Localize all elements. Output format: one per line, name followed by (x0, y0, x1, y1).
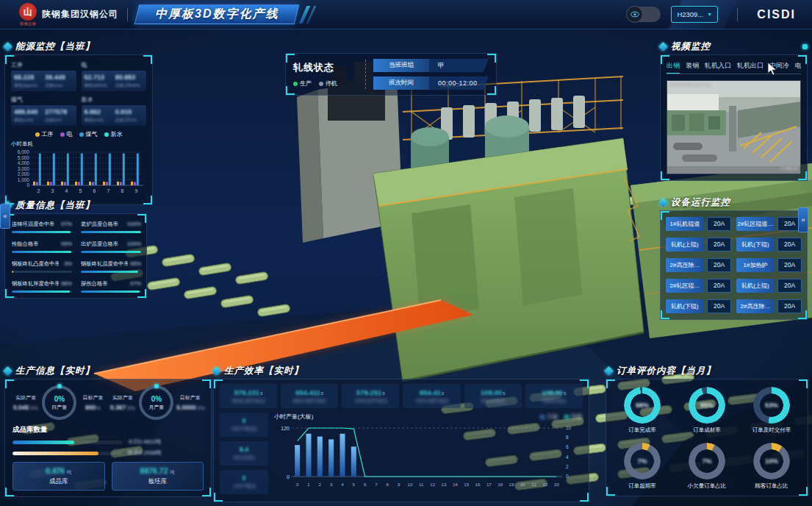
equipment-label-chip[interactable]: 2#轧区辊道… (736, 217, 775, 231)
production-gauge-group: 实际产量 0.045万吨 0% 日产量 目标产量 900吨 (12, 385, 107, 420)
efficiency-side-stat: 8.4 待轧坯(块) (220, 441, 268, 466)
energy-unit: 总耗(m³) (45, 117, 73, 124)
legend-label: 煤气 (86, 130, 98, 138)
legend-dot-icon (564, 415, 569, 419)
ring-caption: 日产量 (51, 404, 67, 411)
legend-dot-icon (79, 132, 84, 137)
equipment-current-value: 20A (707, 279, 731, 293)
panel-diamond-icon (604, 366, 614, 376)
video-tab[interactable]: 出钢 (667, 61, 680, 71)
quality-value: 99% (61, 240, 72, 247)
panel-expand-icon[interactable] (802, 44, 808, 49)
dashboard-stage: 山 陕钢汉钢 陕钢集团汉钢公司 中厚板3D数字化产线 H2309... (0, 0, 812, 506)
equipment-cell: 2#高压除… 20A (666, 258, 731, 272)
efficiency-stat: 579.251s 当班轧制节奏(s) (342, 384, 399, 408)
equipment-label-chip[interactable]: 轧机(上辊) (736, 279, 775, 293)
quality-progress-fill (81, 291, 140, 293)
store-unit: 吨 (67, 469, 72, 474)
header-divider (127, 8, 128, 21)
hour-chart-title: 小时产量(大板) (274, 413, 313, 421)
svg-text:2,000: 2,000 (18, 171, 30, 177)
panel-energy-monitor: 能源监控【当班】 工序 68.226 单耗(kgce/t) 39.449 总耗(… (4, 40, 153, 205)
stat-label: 当班轧制节奏(s) (354, 398, 387, 405)
energy-card: 工序 68.226 单耗(kgce/t) 39.449 总耗(tce) (11, 60, 76, 91)
energy-card-body: 6.662 单耗(m³/t) 0.915 总耗(万m³) (82, 105, 147, 126)
stock-bar-track (12, 452, 123, 455)
efficiency-panel-title: 生产效率【实时】 (224, 365, 303, 377)
side-stat-label: 待轧坯(块) (233, 455, 254, 461)
svg-text:4: 4 (341, 482, 344, 487)
quality-progress-track (81, 271, 141, 273)
svg-text:6: 6 (364, 482, 367, 487)
quality-item: 探伤合格率 97% (81, 280, 141, 293)
status-row-value: 甲 (429, 59, 489, 72)
cisdi-logo: CISDI (757, 8, 796, 21)
panel-production-info: 生产信息【实时】 实际产量 0.045万吨 0% 日产量 目标产量 900吨 实… (4, 365, 212, 497)
legend-item: 新水 (104, 130, 123, 138)
energy-card-body: 52.713 单耗(kWh/t) 80.883 总耗(万kWh) (82, 71, 147, 91)
equipment-label-chip[interactable]: 2#高压除… (736, 299, 775, 313)
stat-unit: s (382, 391, 384, 396)
video-tab[interactable]: 电加热 (795, 61, 801, 71)
video-tab[interactable]: 中间冷 (769, 61, 789, 71)
equipment-current-value: 20A (707, 238, 731, 252)
visibility-toggle[interactable] (627, 7, 661, 22)
order-donut: 95% (689, 387, 725, 424)
panel-collapse-tab-left[interactable]: « (0, 204, 10, 229)
quality-label: 钢板终轧温度命中率 (81, 260, 128, 268)
equipment-label-chip[interactable]: 2#高压除… (666, 258, 704, 272)
video-tabs: 出钢 装钢 轧机入口 轧机出口 中间冷 电加热 (667, 61, 801, 74)
energy-bar-chart: 01,0002,0003,0004,0005,0006,00023456789 (11, 149, 146, 197)
equipment-cell: 轧机(上辊) 20A (666, 238, 731, 252)
equipment-label-chip[interactable]: 1#轧机辊道 (666, 217, 704, 231)
order-gauge: 53% 订单及时交付率 (741, 387, 802, 434)
video-tab[interactable]: 轧机入口 (705, 61, 731, 71)
svg-text:22: 22 (543, 482, 548, 487)
svg-text:23: 23 (554, 482, 559, 487)
equipment-current-value: 20A (777, 279, 802, 293)
equipment-label-chip[interactable]: 轧机(上辊) (666, 238, 704, 252)
heat-number-select[interactable]: H2309... ▼ (671, 6, 718, 23)
equipment-label-chip[interactable]: 轧机(下辊) (666, 299, 704, 313)
stock-title: 成品库数量 (12, 425, 204, 435)
target-output-label: 目标产量 (79, 394, 106, 402)
equipment-label-chip[interactable]: 1#加热炉 (736, 258, 775, 272)
order-donut: 7% (624, 443, 661, 480)
equipment-label-chip[interactable]: 轧机(下辊) (736, 238, 775, 252)
energy-unit: 总耗(万m³) (115, 117, 143, 124)
svg-text:8: 8 (121, 188, 124, 193)
cctv-still (667, 81, 801, 174)
video-feed[interactable]: 09-03-2023 12:07:18 出钢辊道 (667, 80, 801, 174)
svg-text:2: 2 (37, 188, 40, 193)
svg-text:5,000: 5,000 (18, 155, 30, 160)
store-box: 8876.72 吨 板坯库 (112, 462, 204, 491)
energy-card: 煤气 486.040 单耗(m³/t) 277578 总耗(m³) (11, 95, 76, 126)
eye-icon (630, 11, 639, 18)
stock-bar-fill (12, 452, 98, 455)
stat-value: 654.411 (295, 388, 320, 396)
video-tab[interactable]: 轧机出口 (737, 61, 764, 71)
efficiency-side-stat: 0 当班产量(块) (220, 413, 268, 437)
video-tab[interactable]: 装钢 (686, 61, 699, 71)
legend-dot-icon (540, 415, 545, 419)
target-output-unit: 万吨 (196, 406, 205, 410)
order-gauge: 7% 订单超期率 (612, 443, 672, 490)
stat-value: 579.251 (356, 388, 381, 396)
svg-text:16: 16 (475, 482, 481, 487)
panel-expand-tab-right[interactable]: » (798, 207, 808, 232)
svg-text:8: 8 (387, 482, 389, 487)
quality-value: 97% (61, 221, 72, 227)
stat-label: 单块出钢节奏(s) (293, 398, 326, 405)
stat-label: 单块轧制节奏(s) (232, 398, 265, 405)
ring-percent: 0% (54, 395, 65, 403)
quality-progress-fill (12, 251, 71, 253)
order-gauge: 10% 顾客订单占比 (741, 443, 802, 490)
energy-panel-title: 能源监控【当班】 (15, 40, 95, 53)
equipment-label-chip[interactable]: 2#轧区辊… (666, 279, 704, 293)
quality-progress-fill (81, 271, 138, 273)
svg-text:5: 5 (79, 188, 82, 193)
svg-text:9: 9 (135, 188, 138, 193)
svg-text:6: 6 (566, 444, 569, 449)
svg-text:0: 0 (296, 482, 299, 487)
order-gauge-label: 订单及时交付率 (752, 427, 791, 434)
